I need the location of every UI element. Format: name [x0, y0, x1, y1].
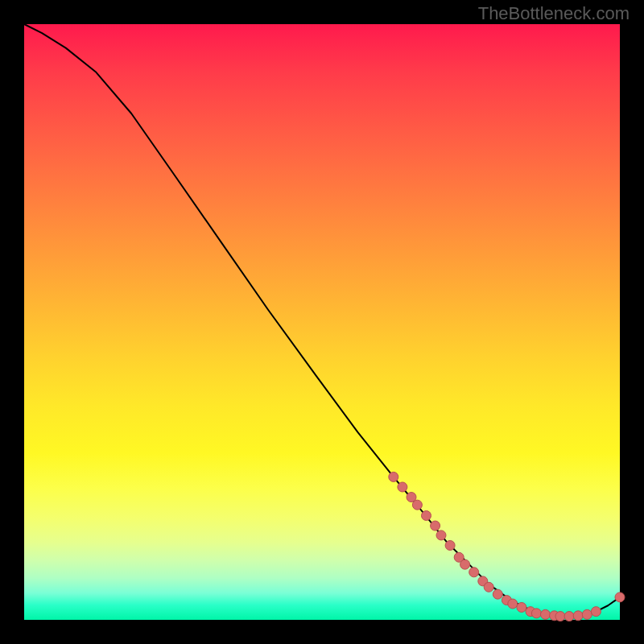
data-marker — [445, 541, 455, 551]
data-marker — [389, 472, 398, 481]
data-marker — [615, 592, 625, 602]
data-marker — [422, 511, 431, 521]
data-marker — [573, 611, 583, 621]
marker-group — [389, 472, 625, 621]
data-marker — [493, 589, 502, 599]
watermark-text: TheBottleneck.com — [478, 3, 630, 24]
data-marker — [460, 559, 470, 569]
data-marker — [431, 521, 440, 530]
data-marker — [531, 609, 541, 618]
data-marker — [582, 609, 592, 619]
chart-svg — [24, 24, 620, 620]
data-marker — [412, 500, 422, 510]
data-marker — [484, 582, 493, 592]
bottleneck-curve — [24, 24, 620, 617]
data-marker — [564, 612, 574, 621]
data-marker — [508, 599, 518, 609]
data-marker — [541, 609, 551, 619]
data-marker — [469, 568, 479, 577]
data-marker — [398, 482, 407, 492]
data-marker — [555, 612, 565, 621]
data-marker — [517, 602, 526, 612]
data-marker — [591, 607, 601, 617]
data-marker — [436, 530, 446, 540]
